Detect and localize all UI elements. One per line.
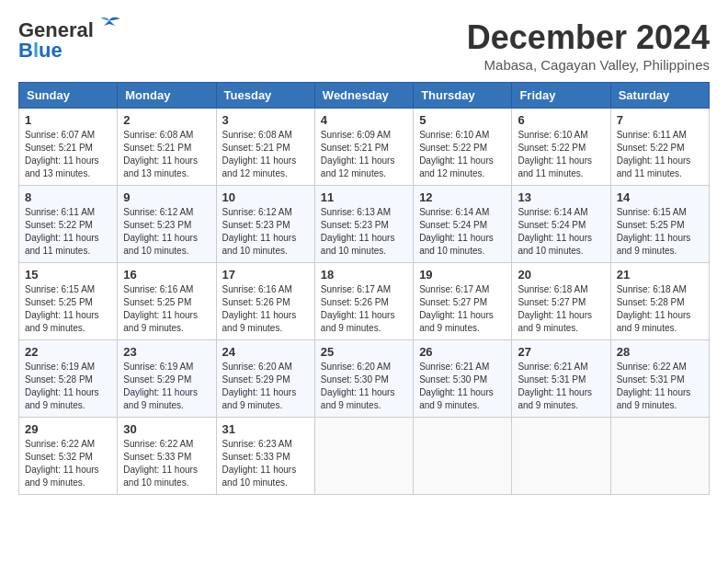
calendar-cell: 21 Sunrise: 6:18 AM Sunset: 5:28 PM Dayl…: [610, 263, 709, 340]
day-info: Sunrise: 6:12 AM Sunset: 5:23 PM Dayligh…: [222, 206, 309, 258]
calendar-cell: 31 Sunrise: 6:23 AM Sunset: 5:33 PM Dayl…: [216, 418, 314, 495]
day-number: 25: [321, 345, 407, 359]
day-info: Sunrise: 6:07 AM Sunset: 5:21 PM Dayligh…: [25, 129, 111, 180]
calendar-cell: 3 Sunrise: 6:08 AM Sunset: 5:21 PM Dayli…: [216, 109, 314, 186]
day-number: 2: [123, 113, 210, 127]
calendar-cell: 25 Sunrise: 6:20 AM Sunset: 5:30 PM Dayl…: [314, 340, 413, 418]
calendar-week-row: 1 Sunrise: 6:07 AM Sunset: 5:21 PM Dayli…: [19, 109, 710, 186]
calendar-cell: 20 Sunrise: 6:18 AM Sunset: 5:27 PM Dayl…: [512, 263, 610, 340]
day-info: Sunrise: 6:21 AM Sunset: 5:31 PM Dayligh…: [518, 361, 604, 412]
day-number: 9: [123, 190, 210, 204]
calendar-cell: [414, 418, 512, 495]
month-title: December 2024: [467, 18, 710, 57]
calendar-cell: 10 Sunrise: 6:12 AM Sunset: 5:23 PM Dayl…: [216, 186, 314, 263]
day-info: Sunrise: 6:22 AM Sunset: 5:31 PM Dayligh…: [617, 361, 703, 412]
calendar-cell: 28 Sunrise: 6:22 AM Sunset: 5:31 PM Dayl…: [610, 340, 709, 418]
calendar-cell: 9 Sunrise: 6:12 AM Sunset: 5:23 PM Dayli…: [118, 186, 216, 263]
calendar-cell: 4 Sunrise: 6:09 AM Sunset: 5:21 PM Dayli…: [314, 109, 413, 186]
day-number: 19: [419, 268, 506, 282]
day-number: 5: [419, 113, 506, 127]
calendar-week-row: 8 Sunrise: 6:11 AM Sunset: 5:22 PM Dayli…: [19, 186, 710, 263]
day-info: Sunrise: 6:08 AM Sunset: 5:21 PM Dayligh…: [123, 129, 210, 180]
day-info: Sunrise: 6:18 AM Sunset: 5:27 PM Dayligh…: [518, 283, 604, 335]
day-info: Sunrise: 6:14 AM Sunset: 5:24 PM Dayligh…: [518, 206, 604, 258]
day-number: 3: [222, 113, 309, 127]
weekday-header-wednesday: Wednesday: [314, 83, 413, 109]
logo-bird-icon: [97, 17, 122, 37]
calendar-cell: 22 Sunrise: 6:19 AM Sunset: 5:28 PM Dayl…: [19, 340, 118, 418]
day-number: 23: [123, 345, 210, 359]
calendar-cell: 14 Sunrise: 6:15 AM Sunset: 5:25 PM Dayl…: [610, 186, 709, 263]
day-info: Sunrise: 6:15 AM Sunset: 5:25 PM Dayligh…: [25, 283, 111, 335]
day-info: Sunrise: 6:16 AM Sunset: 5:25 PM Dayligh…: [123, 283, 210, 335]
day-number: 18: [321, 268, 407, 282]
day-number: 8: [25, 190, 111, 204]
calendar-cell: 1 Sunrise: 6:07 AM Sunset: 5:21 PM Dayli…: [19, 109, 118, 186]
day-info: Sunrise: 6:10 AM Sunset: 5:22 PM Dayligh…: [518, 129, 604, 180]
day-number: 20: [518, 268, 604, 282]
title-area: December 2024 Mabasa, Cagayan Valley, Ph…: [467, 18, 710, 73]
day-number: 6: [518, 113, 604, 127]
day-number: 24: [222, 345, 309, 359]
weekday-header-thursday: Thursday: [414, 83, 512, 109]
page-header: General Blue December 2024 Mabasa, Cagay…: [18, 18, 710, 73]
calendar-cell: 6 Sunrise: 6:10 AM Sunset: 5:22 PM Dayli…: [512, 109, 610, 186]
day-info: Sunrise: 6:13 AM Sunset: 5:23 PM Dayligh…: [321, 206, 407, 258]
day-info: Sunrise: 6:20 AM Sunset: 5:29 PM Dayligh…: [222, 361, 309, 412]
weekday-header-monday: Monday: [118, 83, 216, 109]
calendar-cell: [610, 418, 709, 495]
day-info: Sunrise: 6:14 AM Sunset: 5:24 PM Dayligh…: [419, 206, 506, 258]
day-number: 26: [419, 345, 506, 359]
day-number: 16: [123, 268, 210, 282]
calendar-cell: 11 Sunrise: 6:13 AM Sunset: 5:23 PM Dayl…: [314, 186, 413, 263]
calendar-cell: 13 Sunrise: 6:14 AM Sunset: 5:24 PM Dayl…: [512, 186, 610, 263]
day-info: Sunrise: 6:11 AM Sunset: 5:22 PM Dayligh…: [617, 129, 703, 180]
calendar-cell: 2 Sunrise: 6:08 AM Sunset: 5:21 PM Dayli…: [118, 109, 216, 186]
day-info: Sunrise: 6:18 AM Sunset: 5:28 PM Dayligh…: [617, 283, 703, 335]
weekday-header-friday: Friday: [512, 83, 610, 109]
calendar-cell: [512, 418, 610, 495]
day-number: 13: [518, 190, 604, 204]
logo-blue: Blue: [18, 39, 63, 63]
day-info: Sunrise: 6:19 AM Sunset: 5:28 PM Dayligh…: [25, 361, 111, 412]
day-number: 17: [222, 268, 309, 282]
day-info: Sunrise: 6:10 AM Sunset: 5:22 PM Dayligh…: [419, 129, 506, 180]
calendar-cell: 16 Sunrise: 6:16 AM Sunset: 5:25 PM Dayl…: [118, 263, 216, 340]
day-info: Sunrise: 6:12 AM Sunset: 5:23 PM Dayligh…: [123, 206, 210, 258]
calendar-week-row: 29 Sunrise: 6:22 AM Sunset: 5:32 PM Dayl…: [19, 418, 710, 495]
day-info: Sunrise: 6:22 AM Sunset: 5:33 PM Dayligh…: [123, 438, 210, 489]
calendar-cell: 27 Sunrise: 6:21 AM Sunset: 5:31 PM Dayl…: [512, 340, 610, 418]
day-number: 11: [321, 190, 407, 204]
day-number: 4: [321, 113, 407, 127]
calendar-cell: 15 Sunrise: 6:15 AM Sunset: 5:25 PM Dayl…: [19, 263, 118, 340]
logo: General Blue: [18, 18, 122, 63]
calendar-cell: 30 Sunrise: 6:22 AM Sunset: 5:33 PM Dayl…: [118, 418, 216, 495]
calendar-cell: 26 Sunrise: 6:21 AM Sunset: 5:30 PM Dayl…: [414, 340, 512, 418]
weekday-header-sunday: Sunday: [19, 83, 118, 109]
day-number: 7: [617, 113, 703, 127]
day-info: Sunrise: 6:17 AM Sunset: 5:27 PM Dayligh…: [419, 283, 506, 335]
calendar-cell: 23 Sunrise: 6:19 AM Sunset: 5:29 PM Dayl…: [118, 340, 216, 418]
calendar-cell: 5 Sunrise: 6:10 AM Sunset: 5:22 PM Dayli…: [414, 109, 512, 186]
weekday-header-tuesday: Tuesday: [216, 83, 314, 109]
calendar-cell: 18 Sunrise: 6:17 AM Sunset: 5:26 PM Dayl…: [314, 263, 413, 340]
calendar-cell: 8 Sunrise: 6:11 AM Sunset: 5:22 PM Dayli…: [19, 186, 118, 263]
day-number: 22: [25, 345, 111, 359]
day-info: Sunrise: 6:09 AM Sunset: 5:21 PM Dayligh…: [321, 129, 407, 180]
day-number: 1: [25, 113, 111, 127]
day-number: 14: [617, 190, 703, 204]
location: Mabasa, Cagayan Valley, Philippines: [467, 57, 710, 73]
day-info: Sunrise: 6:21 AM Sunset: 5:30 PM Dayligh…: [419, 361, 506, 412]
day-info: Sunrise: 6:16 AM Sunset: 5:26 PM Dayligh…: [222, 283, 309, 335]
day-number: 27: [518, 345, 604, 359]
calendar-week-row: 22 Sunrise: 6:19 AM Sunset: 5:28 PM Dayl…: [19, 340, 710, 418]
day-number: 28: [617, 345, 703, 359]
calendar-cell: 7 Sunrise: 6:11 AM Sunset: 5:22 PM Dayli…: [610, 109, 709, 186]
day-info: Sunrise: 6:20 AM Sunset: 5:30 PM Dayligh…: [321, 361, 407, 412]
day-info: Sunrise: 6:23 AM Sunset: 5:33 PM Dayligh…: [222, 438, 309, 489]
day-info: Sunrise: 6:22 AM Sunset: 5:32 PM Dayligh…: [25, 438, 111, 489]
day-info: Sunrise: 6:17 AM Sunset: 5:26 PM Dayligh…: [321, 283, 407, 335]
day-number: 30: [123, 422, 210, 436]
weekday-header-saturday: Saturday: [610, 83, 709, 109]
calendar-cell: 24 Sunrise: 6:20 AM Sunset: 5:29 PM Dayl…: [216, 340, 314, 418]
